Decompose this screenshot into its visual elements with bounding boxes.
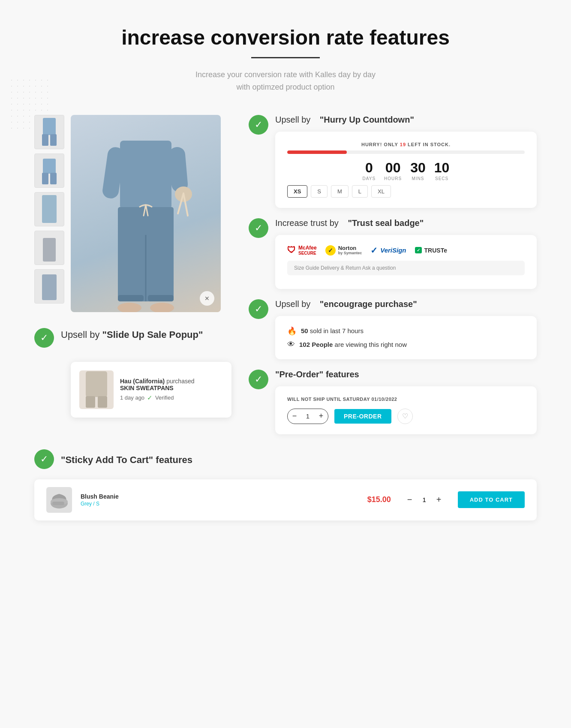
hurry-countdown-title: Upsell by "Hurry Up Countdown" (275, 115, 537, 125)
preorder-qty-value: 1 (301, 412, 314, 420)
sticky-header: ✓ "Sticky Add To Cart" features (34, 451, 537, 469)
popup-customer: Hau (California) purchased (120, 378, 195, 385)
encourage-item-sold: 🔥 50 sold in last 7 hours (287, 326, 525, 336)
thumbnail-5[interactable] (34, 269, 64, 304)
popup-text: Hau (California) purchased SKIN SWEATPAN… (120, 378, 195, 402)
preorder-title: "Pre-Order" features (275, 370, 537, 379)
svg-rect-25 (98, 396, 107, 408)
preorder-badge: ✓ (249, 370, 268, 389)
popup-product-image (79, 370, 114, 409)
verified-icon: ✓ (147, 394, 153, 402)
slide-up-feature-header: ✓ Upsell by "Slide Up Sale Popup" (34, 329, 231, 349)
thumbnail-3[interactable] (34, 192, 64, 226)
sticky-label: "Sticky Add To Cart" features (61, 454, 192, 466)
verisign-icon: ✓ (370, 245, 378, 256)
slide-up-popup: Hau (California) purchased SKIN SWEATPAN… (71, 362, 231, 418)
svg-rect-7 (43, 238, 56, 262)
trust-badge-row: ✓ Increase trust by "Trust seal badge" 🛡… (249, 218, 537, 289)
encourage-row: ✓ Upsell by "encougrage purchase" 🔥 50 s… (249, 299, 537, 359)
sticky-qty-minus[interactable]: − (404, 494, 416, 506)
svg-rect-23 (86, 371, 107, 397)
encourage-badge: ✓ (249, 299, 268, 319)
sticky-cart-bar: Blush Beanie Grey / S $15.00 − 1 + ADD T… (34, 479, 537, 520)
popup-product-name: SKIN SWEATPANS (120, 385, 195, 391)
thumbnail-1[interactable] (34, 115, 64, 149)
add-to-cart-button[interactable]: ADD TO CART (458, 491, 525, 508)
svg-rect-1 (42, 134, 48, 146)
svg-rect-2 (50, 134, 57, 146)
trust-badge-content: Increase trust by "Trust seal badge" 🛡 M… (275, 218, 537, 289)
main-content: ✕ ✓ Upsell by "Slide Up Sale Popup" (34, 115, 537, 434)
sticky-product-name: Blush Beanie (81, 493, 359, 500)
page-title: increase conversion rate features (34, 26, 537, 49)
right-column: ✓ Upsell by "Hurry Up Countdown" HURRY! … (249, 115, 537, 434)
page-subtitle: Increase your conversion rate with Kalle… (34, 69, 537, 93)
expand-button[interactable]: ✕ (200, 291, 214, 306)
info-strip: Size Guide Delivery & Return Ask a quest… (287, 261, 525, 275)
page-wrapper: increase conversion rate features Increa… (0, 0, 571, 546)
encourage-item-viewing: 👁 102 People are viewing this right now (287, 340, 525, 349)
size-l[interactable]: L (352, 185, 368, 198)
popup-verified: 1 day ago ✓ Verified (120, 394, 195, 402)
trust-badge-title: Increase trust by "Trust seal badge" (275, 218, 537, 228)
preorder-button[interactable]: PRE-ORDER (334, 409, 391, 424)
countdown-boxes: 0 DAYS 00 HOURS 30 MINS (287, 161, 525, 181)
svg-rect-6 (42, 195, 57, 223)
sticky-product-info: Blush Beanie Grey / S (81, 493, 359, 507)
preorder-qty-control: − 1 + (287, 409, 328, 424)
slide-up-feature-block: ✓ Upsell by "Slide Up Sale Popup" (34, 329, 231, 418)
preorder-controls: − 1 + PRE-ORDER ♡ (287, 409, 525, 424)
wishlist-button[interactable]: ♡ (397, 409, 413, 424)
fire-icon: 🔥 (287, 326, 297, 336)
hurry-countdown-card: HURRY! ONLY 19 LEFT IN STOCK. 0 DAYS 00 (275, 132, 537, 208)
svg-rect-3 (43, 159, 56, 174)
sticky-qty-value: 1 (419, 496, 430, 503)
sticky-qty-plus[interactable]: + (433, 494, 445, 506)
encourage-list: 🔥 50 sold in last 7 hours 👁 102 People a… (287, 326, 525, 349)
svg-point-22 (150, 303, 174, 312)
norton-icon: ✓ (325, 245, 336, 256)
preorder-ship-text: WILL NOT SHIP UNTIL SATURDAY 01/10/2022 (287, 397, 525, 402)
header-divider (251, 57, 320, 58)
preorder-qty-minus[interactable]: − (288, 409, 301, 424)
preorder-content: "Pre-Order" features WILL NOT SHIP UNTIL… (275, 370, 537, 434)
size-xl[interactable]: XL (371, 185, 391, 198)
encourage-title: Upsell by "encougrage purchase" (275, 299, 537, 309)
norton-badge: ✓ Norton by Symantec (325, 245, 362, 256)
preorder-qty-plus[interactable]: + (314, 409, 328, 424)
svg-rect-28 (52, 502, 64, 505)
page-header: increase conversion rate features Increa… (34, 26, 537, 93)
hurry-countdown-content: Upsell by "Hurry Up Countdown" HURRY! ON… (275, 115, 537, 208)
eye-icon: 👁 (287, 340, 295, 349)
hurry-countdown-badge: ✓ (249, 115, 268, 135)
size-m[interactable]: M (331, 185, 349, 198)
sticky-qty-control: − 1 + (404, 494, 445, 506)
thumbnail-4[interactable] (34, 231, 64, 265)
trust-badge-badge: ✓ (249, 218, 268, 238)
sticky-product-variant: Grey / S (81, 501, 359, 507)
trust-badge-card: 🛡 McAfee SECURE ✓ Norton (275, 235, 537, 289)
sticky-cart-section: ✓ "Sticky Add To Cart" features Blush Be… (34, 451, 537, 520)
svg-rect-4 (42, 173, 48, 184)
svg-rect-0 (43, 118, 56, 135)
product-thumbnails (34, 115, 64, 304)
main-product-image: ✕ (71, 115, 221, 312)
svg-point-21 (117, 303, 141, 312)
svg-rect-5 (50, 173, 57, 184)
svg-rect-9 (120, 141, 171, 209)
size-xs[interactable]: XS (287, 185, 307, 198)
svg-rect-18 (148, 295, 174, 301)
truste-icon: ✓ (415, 247, 422, 253)
sticky-badge: ✓ (34, 449, 54, 469)
mcafee-icon: 🛡 (287, 245, 296, 255)
countdown-days: 0 DAYS (363, 161, 376, 181)
hurry-text: HURRY! ONLY 19 LEFT IN STOCK. (287, 142, 525, 147)
slide-up-badge: ✓ (34, 328, 54, 348)
size-s[interactable]: S (311, 185, 328, 198)
size-selector: XS S M L XL (287, 185, 525, 198)
slide-up-label: Upsell by "Slide Up Sale Popup" (61, 329, 203, 340)
encourage-content: Upsell by "encougrage purchase" 🔥 50 sol… (275, 299, 537, 359)
svg-rect-24 (86, 396, 95, 408)
trust-badges-list: 🛡 McAfee SECURE ✓ Norton (287, 245, 525, 256)
thumbnail-2[interactable] (34, 153, 64, 188)
